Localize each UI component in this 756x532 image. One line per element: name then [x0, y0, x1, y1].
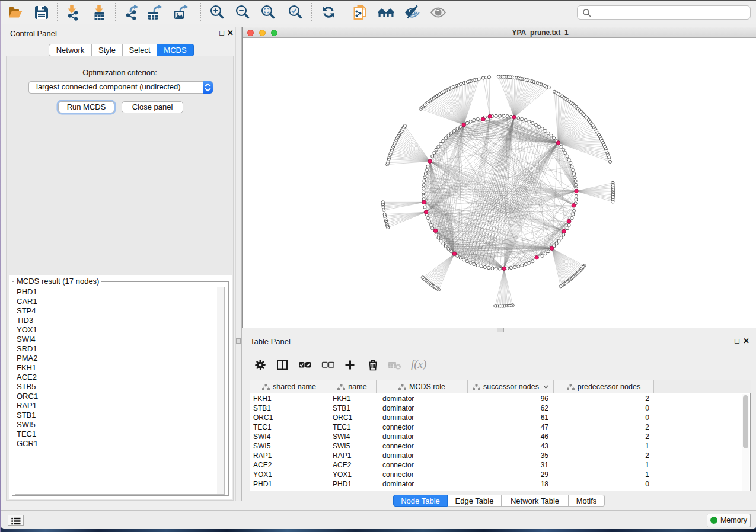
- svg-text:f(x): f(x): [411, 358, 426, 371]
